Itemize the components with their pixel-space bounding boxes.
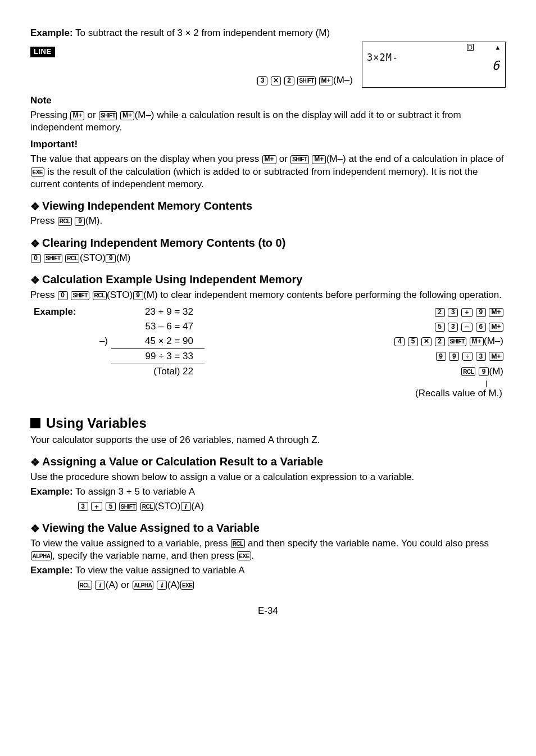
note-body: Pressing M+ or SHIFT M+(M–) while a calc… <box>30 109 506 134</box>
key-rcl: RCL <box>93 291 107 300</box>
key-alpha: ALPHA <box>31 551 52 560</box>
key-mplus: M+ <box>120 111 134 120</box>
equation: 99 ÷ 3 = 33 <box>111 349 205 364</box>
key-rcl: RCL <box>65 254 79 263</box>
calc-example-intro: Press 0 SHIFT RCL(STO)9(M) to clear inde… <box>30 289 506 301</box>
key-9: 9 <box>133 291 143 300</box>
important-heading: Important! <box>30 138 506 151</box>
view-var-example: Example: To view the value assigned to v… <box>30 564 506 577</box>
table-row: (Recalls value of M.) <box>30 379 506 401</box>
example-label: Example: <box>30 28 73 38</box>
key-mplus: M+ <box>319 76 333 85</box>
key-exe: EXE <box>31 168 45 176</box>
table-row: Example: 23 + 9 = 32 2 3 ＋ 9 M+ <box>30 305 506 319</box>
table-row: 99 ÷ 3 = 33 9 9 ÷ 3 M+ <box>30 349 506 364</box>
key-exe: EXE <box>237 551 251 560</box>
screen-d-icon: D <box>467 44 474 51</box>
example-text: To subtract the result of 3 × 2 from ind… <box>73 28 330 38</box>
view-memory-body: Press RCL 9(M). <box>30 215 506 227</box>
view-var-keyseq: RCL 𝒊(A) or ALPHA 𝒊(A)EXE <box>78 579 506 591</box>
section-using-variables: Using Variables <box>30 414 506 432</box>
key-mplus: M+ <box>312 155 326 164</box>
line-badge: LINE <box>30 47 55 57</box>
important-body: The value that appears on the display wh… <box>30 153 506 190</box>
example-label: Example: <box>30 305 88 319</box>
minus-prefix: –) <box>88 334 111 349</box>
key-shift: SHIFT <box>290 155 308 164</box>
calculator-screen: D ▲ 3×2M- 6 <box>362 42 506 88</box>
key-mplus: M+ <box>70 111 84 120</box>
equation: 23 + 9 = 32 <box>111 305 205 319</box>
key-sequence: 9 9 ÷ 3 M+ <box>205 349 506 364</box>
section-view-variable: ❖Viewing the Value Assigned to a Variabl… <box>30 520 506 536</box>
key-multiply: ✕ <box>271 76 281 85</box>
table-row: (Total) 22 RCL 9(M) <box>30 364 506 379</box>
square-icon <box>30 418 40 428</box>
assign-example: Example: To assign 3 + 5 to variable A <box>30 486 506 498</box>
recall-note: (Recalls value of M.) <box>415 388 502 399</box>
key-sequence: 4 5 ✕ 2 SHIFT M+(M–) <box>205 334 506 349</box>
example-intro: Example: To subtract the result of 3 × 2… <box>30 27 506 39</box>
key-sequence: RCL 9(M) <box>205 364 506 379</box>
section-clear-memory: ❖Clearing Independent Memory Contents (t… <box>30 236 506 251</box>
key-shift: SHIFT <box>71 291 89 300</box>
assign-keyseq: 3 ＋ 5 SHIFT RCL(STO)𝒊(A) <box>78 500 506 513</box>
screen-line1: 3×2M- <box>367 51 398 64</box>
key-9: 9 <box>106 254 116 263</box>
mminus-label: (M–) <box>333 75 353 85</box>
section-calc-example: ❖Calculation Example Using Independent M… <box>30 272 506 288</box>
key-0: 0 <box>31 254 41 263</box>
key-sequence: 2 3 ＋ 9 M+ <box>205 305 506 319</box>
key-9: 9 <box>75 217 85 226</box>
key-2: 2 <box>284 76 294 85</box>
equation: 45 × 2 = 90 <box>111 334 205 349</box>
diamond-icon: ❖ <box>30 522 40 536</box>
key-shift: SHIFT <box>297 76 315 85</box>
key-sequence: 5 3 － 6 M+ <box>205 319 506 334</box>
view-var-body: To view the value assigned to a variable… <box>30 537 506 562</box>
diamond-icon: ❖ <box>30 200 40 214</box>
key-rcl: RCL <box>231 539 245 548</box>
key-shift: SHIFT <box>44 254 62 263</box>
key-rcl: RCL <box>58 217 72 226</box>
diamond-icon: ❖ <box>30 456 40 470</box>
assign-intro: Use the procedure shown below to assign … <box>30 471 506 483</box>
key-3: 3 <box>257 76 267 85</box>
diamond-icon: ❖ <box>30 237 40 251</box>
table-row: –) 45 × 2 = 90 4 5 ✕ 2 SHIFT M+(M–) <box>30 334 506 349</box>
screen-line2: 6 <box>492 58 499 74</box>
page-number: E-34 <box>30 605 506 617</box>
note-heading: Note <box>30 94 506 107</box>
key-0: 0 <box>58 291 68 300</box>
section-view-memory: ❖Viewing Independent Memory Contents <box>30 198 506 214</box>
equation: (Total) 22 <box>111 364 205 379</box>
table-row: 53 – 6 = 47 5 3 － 6 M+ <box>30 319 506 334</box>
screen-up-icon: ▲ <box>496 44 499 52</box>
using-variables-intro: Your calculator supports the use of 26 v… <box>30 434 506 446</box>
diamond-icon: ❖ <box>30 274 40 288</box>
calc-example-table: Example: 23 + 9 = 32 2 3 ＋ 9 M+ 53 – 6 =… <box>30 305 506 401</box>
key-mplus: M+ <box>262 155 276 164</box>
key-shift: SHIFT <box>99 111 117 120</box>
equation: 53 – 6 = 47 <box>111 319 205 334</box>
clear-memory-body: 0 SHIFT RCL(STO)9(M) <box>30 252 506 264</box>
section-assign-variable: ❖Assigning a Value or Calculation Result… <box>30 454 506 470</box>
